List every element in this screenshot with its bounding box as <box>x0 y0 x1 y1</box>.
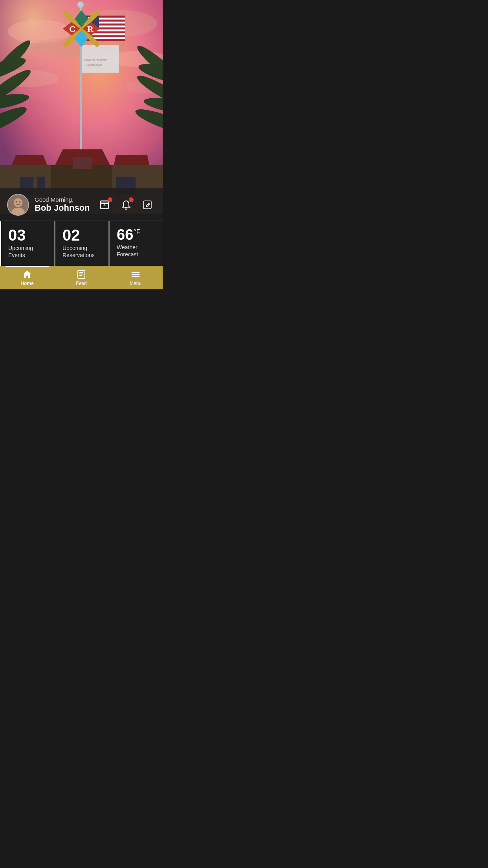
weather-stat[interactable]: 66°F WeatherForecast <box>108 221 163 266</box>
edit-icon-button[interactable] <box>139 197 156 213</box>
svg-text:C: C <box>69 24 75 34</box>
events-count: 03 <box>8 227 47 243</box>
greeting-text: Good Morning, Bob Johnson <box>35 196 91 213</box>
svg-point-73 <box>125 207 127 209</box>
billing-badge <box>108 197 112 202</box>
nav-feed-label: Feed <box>76 281 86 286</box>
nav-home[interactable]: Home <box>0 266 54 289</box>
svg-point-68 <box>16 201 17 202</box>
svg-text:$: $ <box>103 203 105 207</box>
svg-rect-56 <box>73 157 92 169</box>
reservations-label: UpcomingReservations <box>62 245 101 259</box>
weather-temp: 66°F <box>117 227 156 242</box>
nav-feed[interactable]: Feed <box>54 266 108 289</box>
reservations-count: 02 <box>62 227 101 243</box>
events-stat[interactable]: 03 UpcomingEvents <box>0 221 54 266</box>
greeting-name: Bob Johnson <box>35 203 91 213</box>
svg-text:R: R <box>87 24 94 34</box>
greeting-salutation: Good Morning, <box>35 196 91 203</box>
svg-line-75 <box>148 204 149 205</box>
notification-badge <box>129 197 134 202</box>
svg-text:Collier's Reserve: Collier's Reserve <box>84 58 108 62</box>
nav-menu[interactable]: Menu <box>108 266 163 289</box>
svg-marker-47 <box>12 155 47 165</box>
nav-home-label: Home <box>20 281 33 286</box>
nav-menu-label: Menu <box>130 281 141 286</box>
stats-row: 03 UpcomingEvents 02 UpcomingReservation… <box>0 221 163 266</box>
app-logo: C R <box>60 7 103 50</box>
action-icons-group: $ <box>97 197 156 213</box>
notification-icon-button[interactable] <box>118 197 134 213</box>
events-label: UpcomingEvents <box>8 245 47 259</box>
info-panel: Good Morning, Bob Johnson $ <box>0 188 163 266</box>
svg-point-66 <box>14 198 22 207</box>
greeting-row: Good Morning, Bob Johnson $ <box>0 188 163 221</box>
app-container: ★★★★★★ ★★★★★ ★★★★★★ ★★★★★ ★★★★★★ ★★★★★ C… <box>0 0 163 289</box>
bottom-nav: Home Feed Menu <box>0 266 163 289</box>
svg-marker-48 <box>114 155 149 165</box>
svg-text:Country Club: Country Club <box>86 63 102 66</box>
weather-label: WeatherForecast <box>117 244 156 258</box>
avatar[interactable] <box>7 194 29 216</box>
reservations-stat[interactable]: 02 UpcomingReservations <box>54 221 108 266</box>
billing-icon-button[interactable]: $ <box>97 197 113 213</box>
svg-point-69 <box>19 201 21 202</box>
